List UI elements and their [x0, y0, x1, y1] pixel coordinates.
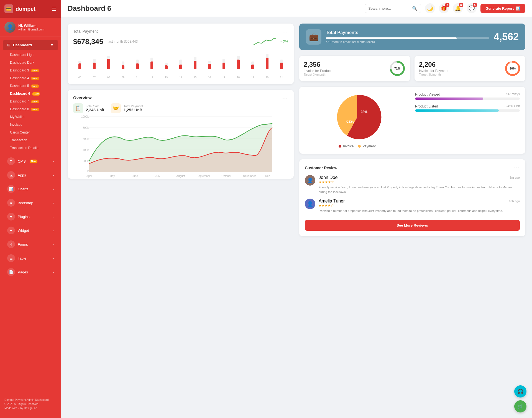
- logo: 💳 dompet: [4, 4, 35, 13]
- bar-label: 07: [88, 76, 101, 79]
- svg-text:October: October: [221, 175, 231, 178]
- nav-sub-transaction-details[interactable]: Transaction Details: [0, 144, 61, 152]
- bell-btn[interactable]: 🔔 12: [453, 3, 463, 13]
- nav-cms[interactable]: ⚙CMS New ›: [3, 155, 58, 168]
- svg-text:800k: 800k: [83, 126, 89, 129]
- main-content: Dashboard 6 🔍 🌙 🎁 2 🔔 12 💬 5 Gen: [61, 0, 532, 418]
- search-input[interactable]: [368, 6, 410, 11]
- reviewer-avatar-2: 👤: [305, 199, 315, 209]
- nav-sub-transaction[interactable]: Transaction: [0, 136, 61, 144]
- bar-label: 14: [174, 76, 187, 79]
- total-sale-icon: 📋: [73, 103, 83, 113]
- nav-charts[interactable]: 📊Charts ›: [3, 182, 58, 196]
- nav-pages[interactable]: 📄Pages ›: [3, 265, 58, 279]
- bar-group: [88, 47, 101, 69]
- apps-icon: ☁: [7, 171, 15, 179]
- total-payment-legend: 🤝 Total Payment 1,252 Unit: [111, 103, 143, 113]
- review-menu[interactable]: ···: [514, 165, 520, 171]
- invoice-payment-pct: 90%: [510, 67, 516, 70]
- review-content-1: John Doe 5m ago ★★★★☆ Friendly service J…: [319, 175, 520, 194]
- bar-red: [122, 65, 124, 69]
- hamburger-icon[interactable]: ☰: [52, 6, 57, 12]
- bar-group: [116, 47, 130, 69]
- bar-chart-labels: 060708091112131415161718192021: [73, 76, 288, 79]
- moon-icon: 🌙: [427, 5, 433, 11]
- nav-sub-dashboard-3[interactable]: Dashboard 3 New: [0, 66, 61, 74]
- pie-chart-section: 62% 38% Invoice Payment: [305, 92, 410, 148]
- bar-label: 15: [188, 76, 202, 79]
- nav-other-section: ⚙CMS New › ☁Apps › 📊Charts › ★Bootstrap …: [0, 154, 61, 279]
- total-sale-value: 2,346 Unit: [86, 108, 104, 112]
- nav-sub-dashboard-7[interactable]: Dashboard 7 New: [0, 98, 61, 105]
- nav-sub-dashboard-4[interactable]: Dashboard 4 New: [0, 74, 61, 82]
- bar-red: [179, 65, 182, 70]
- nav-table[interactable]: ☰Table ›: [3, 252, 58, 265]
- invoice-payment-number: 2,206: [419, 61, 448, 68]
- gift-btn[interactable]: 🎁 2: [439, 3, 449, 13]
- bar-group: [73, 47, 86, 69]
- nav-section: ⊞ Dashboard ▼ Dashboard Light Dashboard …: [0, 37, 61, 154]
- review-time-2: 10h ago: [509, 199, 520, 203]
- headset-icon: 🎧: [517, 388, 523, 394]
- total-sale-label: Total Sale: [86, 104, 104, 108]
- support-float-btn[interactable]: 🎧: [514, 385, 526, 398]
- nav-plugins[interactable]: ♥Plugins ›: [3, 210, 58, 223]
- nav-sub-invoices[interactable]: Invoices: [0, 121, 61, 129]
- cart-float-btn[interactable]: 🛒: [514, 400, 526, 412]
- svg-text:400k: 400k: [83, 148, 89, 152]
- trend-line-chart: [254, 37, 276, 46]
- bar-red: [136, 63, 139, 69]
- review-text-1: Friendly service Josh, Lunar and everyon…: [319, 185, 520, 194]
- nav-widget[interactable]: ♥Widget ›: [3, 224, 58, 237]
- svg-text:200k: 200k: [83, 160, 89, 163]
- reviewer-avatar-1: 👤: [305, 175, 315, 186]
- reviewer-name-2: Amelia Tuner: [319, 199, 345, 204]
- bell-badge: 12: [459, 3, 463, 7]
- see-more-reviews-button[interactable]: See More Reviews: [305, 220, 520, 231]
- nav-bootstrap[interactable]: ★Bootstrap ›: [3, 196, 58, 209]
- reviewer-name-1: John Doe: [319, 175, 338, 180]
- total-payments-subtitle: 431 more to break last month record: [326, 40, 489, 43]
- overview-menu[interactable]: ···: [282, 95, 288, 101]
- product-viewed-bar-bg: [415, 98, 520, 100]
- search-box[interactable]: 🔍: [365, 4, 421, 13]
- total-payment-menu[interactable]: ···: [282, 29, 288, 35]
- topbar-right: 🔍 🌙 🎁 2 🔔 12 💬 5 Generate Report 📊: [365, 3, 525, 13]
- svg-text:Dec.: Dec.: [265, 175, 271, 178]
- sidebar: 💳 dompet ☰ 👤 Hi, William william@gmail.c…: [0, 0, 61, 418]
- nav-sub-dashboard-light[interactable]: Dashboard Light: [0, 51, 61, 59]
- nav-sub-dashboard-8[interactable]: Dashboard 8 New: [0, 105, 61, 113]
- sidebar-footer: Dompet Payment Admin Dashboard © 2023 Al…: [0, 394, 61, 414]
- bar-group: [145, 47, 158, 69]
- bar-label: 18: [232, 76, 245, 79]
- nav-sub-dashboard-6[interactable]: Dashboard 6 New: [0, 90, 61, 98]
- invoice-product-pct: 71%: [394, 67, 400, 70]
- total-payments-title: Total Payments: [326, 30, 489, 35]
- nav-sub-cards-center[interactable]: Cards Center: [0, 129, 61, 136]
- svg-text:600k: 600k: [83, 137, 89, 140]
- moon-toggle-btn[interactable]: 🌙: [425, 3, 435, 13]
- total-payment-amount: $678,345: [73, 37, 103, 46]
- nav-sub-dashboard-dark[interactable]: Dashboard Dark: [0, 59, 61, 66]
- pie-stats-card: 62% 38% Invoice Payment: [299, 87, 525, 154]
- svg-text:August: August: [176, 175, 185, 178]
- generate-report-button[interactable]: Generate Report 📊: [480, 4, 525, 13]
- bar-label: 08: [102, 76, 115, 79]
- generate-report-label: Generate Report: [485, 6, 514, 11]
- total-payment-title: Total Payment: [73, 29, 98, 34]
- nav-sub-dashboard-5[interactable]: Dashboard 5 New: [0, 82, 61, 90]
- nav-forms[interactable]: 🖨Forms ›: [3, 238, 58, 251]
- total-sale-legend: 📋 Total Sale 2,346 Unit: [73, 103, 104, 113]
- sidebar-header: 💳 dompet ☰: [0, 0, 61, 18]
- total-payment-card: Total Payment ··· $678,345 last month $5…: [68, 24, 294, 84]
- total-payments-info: Total Payments 431 more to break last mo…: [326, 30, 489, 43]
- chat-btn[interactable]: 💬 5: [467, 3, 477, 13]
- svg-text:38%: 38%: [361, 110, 367, 114]
- nav-sub-my-wallet[interactable]: My Wallet: [0, 113, 61, 121]
- dashboard-icon: ⊞: [7, 43, 10, 47]
- svg-text:November: November: [243, 175, 256, 178]
- nav-apps[interactable]: ☁Apps ›: [3, 168, 58, 182]
- dashboard-nav-item[interactable]: ⊞ Dashboard ▼: [3, 40, 58, 50]
- overview-area-chart: 1000k 800k 600k 400k 200k 0k April: [73, 117, 288, 172]
- bar-red: [280, 63, 283, 70]
